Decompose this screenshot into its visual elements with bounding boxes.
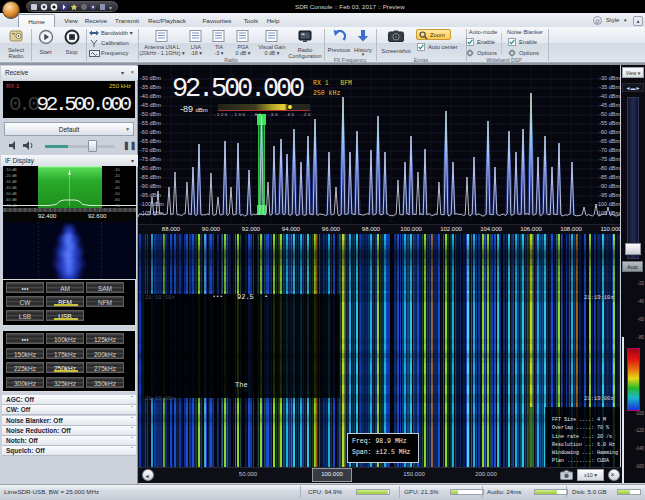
svg-text:▾: ▾ [109,4,112,10]
